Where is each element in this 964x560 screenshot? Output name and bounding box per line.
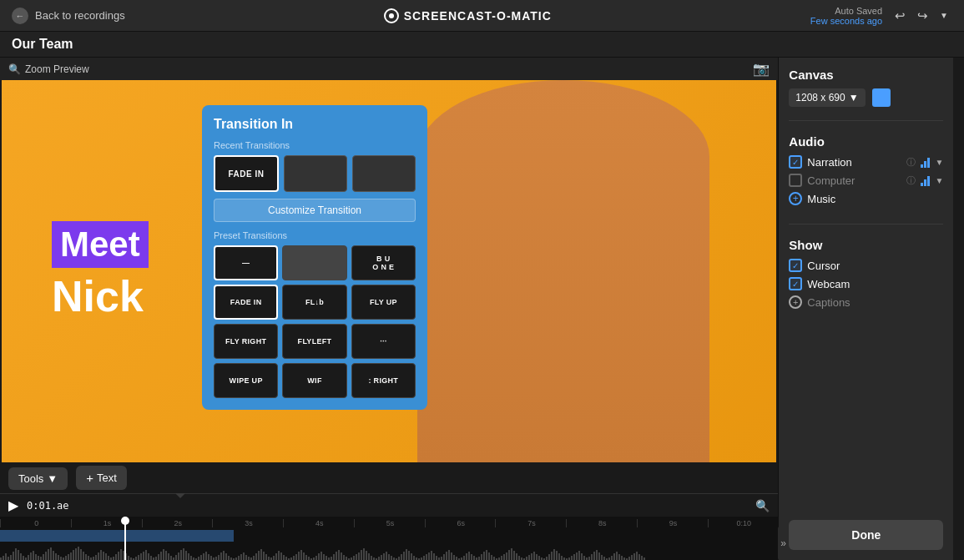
preset-btn-1[interactable]: [282, 245, 346, 280]
recent-transitions-row: FADE IN: [214, 155, 416, 192]
webcam-item: Webcam: [789, 277, 943, 290]
preset-btn-10[interactable]: WIF: [282, 363, 346, 398]
cursor-label: Cursor: [807, 260, 943, 272]
top-bar: ← Back to recordings SCREENCAST-O-MATIC …: [0, 0, 964, 32]
done-button[interactable]: Done: [789, 520, 943, 550]
preset-btn-11[interactable]: : RIGHT: [351, 363, 416, 398]
add-text-button[interactable]: Text: [76, 466, 127, 490]
captions-expand-button[interactable]: +: [789, 295, 802, 309]
captions-label: Captions: [807, 296, 850, 309]
tools-bar: Tools ▼ Text: [0, 462, 778, 493]
preview-header: 🔍 Zoom Preview 📷: [0, 58, 778, 80]
project-title: Our Team: [12, 37, 73, 51]
add-music-button[interactable]: +: [789, 192, 802, 205]
search-button[interactable]: 🔍: [755, 499, 770, 512]
canvas-size-control: 1208 x 690 ▼: [789, 88, 943, 107]
recent-transition-1[interactable]: [284, 155, 347, 192]
canvas-size-chevron-icon: ▼: [849, 92, 859, 103]
person-image: [417, 80, 709, 462]
timeline-controls: ▶ 0:01.ae 🔍: [0, 494, 778, 517]
narration-level-icon[interactable]: [921, 156, 930, 168]
canvas-size-value: 1208 x 690: [795, 92, 845, 103]
video-container: Meet Nick Transition In Recent Transitio…: [2, 80, 776, 462]
play-button[interactable]: ▶: [8, 497, 18, 513]
divider-1: [789, 120, 943, 121]
captions-item: + Captions: [789, 295, 943, 309]
zoom-preview: 🔍 Zoom Preview: [8, 63, 89, 75]
transition-panel-title: Transition In: [214, 117, 416, 132]
tools-chevron-icon: ▼: [47, 472, 58, 485]
preset-btn-2[interactable]: B UO N E: [351, 245, 416, 280]
audio-narration-item: Narration ⓘ ▼: [789, 155, 943, 169]
playhead[interactable]: [124, 517, 126, 560]
redo-button[interactable]: ↪: [913, 7, 932, 25]
timeline-waveform: [0, 527, 778, 560]
tools-dropdown-button[interactable]: Tools ▼: [8, 467, 68, 490]
narration-info-icon[interactable]: ⓘ: [906, 156, 916, 169]
zoom-icon: 🔍: [8, 63, 21, 75]
customize-transition-button[interactable]: Customize Transition: [214, 199, 416, 222]
auto-saved-info: Auto Saved Few seconds ago: [810, 6, 882, 26]
tooltip-arrow: [175, 493, 185, 498]
webcam-checkbox[interactable]: [789, 277, 802, 290]
preset-btn-7[interactable]: FLYLEFT: [282, 324, 346, 359]
preset-transitions-label: Preset Transitions: [214, 230, 416, 240]
timeline-track[interactable]: 0 1s 2s 3s 4s 5s 6s 7s 8s 9s 0:10: [0, 517, 778, 560]
recent-transition-0[interactable]: FADE IN: [214, 155, 279, 192]
recent-transition-2[interactable]: [352, 155, 416, 192]
logo-dot-icon: [384, 8, 399, 23]
recent-transitions-label: Recent Transitions: [214, 140, 416, 150]
few-seconds-ago: Few seconds ago: [810, 16, 882, 26]
music-label: Music: [807, 193, 943, 205]
preset-btn-9[interactable]: WIPE UP: [214, 363, 278, 398]
show-section: Show Cursor Webcam + Captions: [789, 238, 943, 314]
show-title: Show: [789, 238, 943, 252]
top-bar-left: ← Back to recordings: [12, 8, 125, 24]
expand-panel-button[interactable]: »: [778, 527, 789, 560]
computer-checkbox[interactable]: [789, 174, 802, 187]
computer-level-icon[interactable]: [921, 174, 930, 186]
time-display: 0:01.ae: [27, 500, 69, 512]
preset-btn-4[interactable]: FL↓b: [282, 285, 346, 320]
audio-music-item: + Music: [789, 192, 943, 205]
divider-2: [789, 224, 943, 225]
meet-text: Meet: [52, 221, 149, 268]
right-panel: Canvas 1208 x 690 ▼ Audio Narration ⓘ: [778, 58, 953, 560]
webcam-label: Webcam: [807, 278, 943, 290]
undo-button[interactable]: ↩: [891, 7, 910, 25]
computer-chevron-icon[interactable]: ▼: [935, 176, 943, 185]
audio-title: Audio: [789, 134, 943, 149]
meet-nick-overlay: Meet Nick: [52, 221, 149, 321]
preset-transitions-grid: — B UO N E FADE IN FL↓b FLY UP FLY RIGHT…: [214, 245, 416, 398]
narration-checkbox[interactable]: [789, 155, 802, 169]
top-bar-right: Auto Saved Few seconds ago ↩ ↪ ▼: [810, 6, 952, 26]
auto-saved-label: Auto Saved: [810, 6, 882, 16]
cursor-checkbox[interactable]: [789, 259, 802, 272]
app-name: SCREENCAST-O-MATIC: [404, 9, 552, 23]
preset-btn-5[interactable]: FLY UP: [351, 285, 416, 320]
narration-chevron-icon[interactable]: ▼: [935, 158, 943, 167]
screenshot-button[interactable]: 📷: [753, 61, 770, 77]
computer-info-icon[interactable]: ⓘ: [906, 174, 916, 187]
canvas-size-button[interactable]: 1208 x 690 ▼: [789, 88, 865, 107]
canvas-title: Canvas: [789, 68, 943, 82]
preset-btn-6[interactable]: FLY RIGHT: [214, 324, 278, 359]
title-bar: Our Team: [0, 32, 964, 58]
back-to-recordings[interactable]: Back to recordings: [35, 9, 125, 22]
preset-btn-0[interactable]: —: [214, 245, 278, 280]
undo-redo-controls: ↩ ↪ ▼: [891, 7, 952, 25]
audio-section: Audio Narration ⓘ ▼ Computer ⓘ: [789, 134, 943, 210]
zoom-preview-label: Zoom Preview: [25, 63, 89, 75]
narration-label: Narration: [807, 156, 901, 169]
canvas-color-button[interactable]: [872, 88, 891, 107]
transition-panel: Transition In Recent Transitions FADE IN…: [202, 105, 427, 410]
timeline: ▶ 0:01.ae 🔍 0 1s 2s 3s 4s 5s 6s 7s 8s 9s…: [0, 493, 778, 560]
main-content: 🔍 Zoom Preview 📷 Meet Nick Transition In…: [0, 58, 964, 560]
back-icon: ←: [12, 8, 28, 24]
add-text-label: Text: [97, 472, 117, 484]
preview-area: 🔍 Zoom Preview 📷 Meet Nick Transition In…: [0, 58, 778, 560]
dropdown-button[interactable]: ▼: [936, 7, 952, 25]
canvas-section: Canvas 1208 x 690 ▼: [789, 68, 943, 107]
preset-btn-3[interactable]: FADE IN: [214, 285, 278, 320]
preset-btn-8[interactable]: ···: [351, 324, 416, 359]
